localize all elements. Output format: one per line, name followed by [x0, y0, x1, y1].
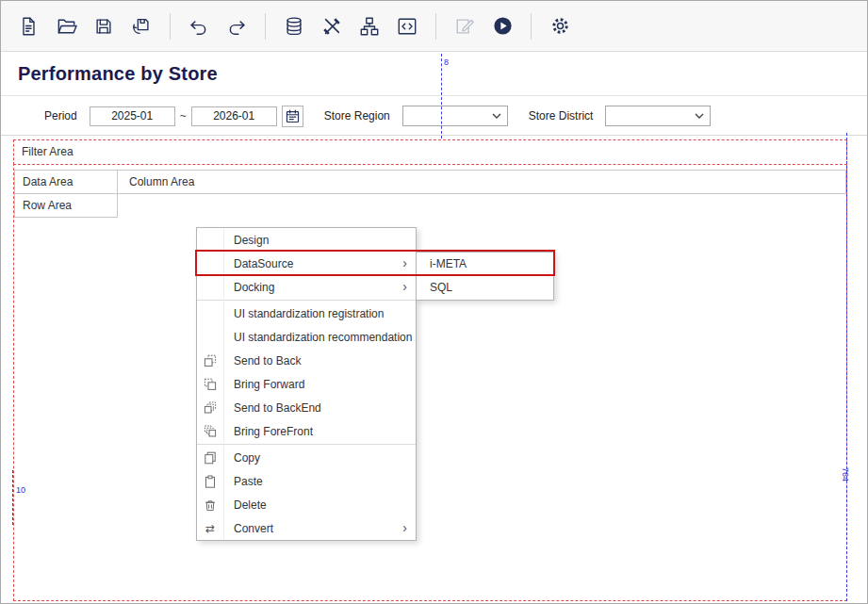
code-editor-button[interactable]	[393, 12, 421, 41]
edit-button[interactable]	[450, 12, 479, 41]
menu-item-label: Send to Back	[224, 354, 301, 367]
submenu-item-label: i-META	[430, 257, 467, 270]
menu-item-label: Bring ForeFront	[224, 425, 313, 438]
open-folder-button[interactable]	[52, 12, 80, 41]
menu-item-send-to-back[interactable]: Send to Back	[197, 349, 416, 372]
menu-separator	[197, 300, 416, 301]
new-document-button[interactable]	[14, 12, 42, 41]
menu-item-docking[interactable]: Docking ›	[197, 275, 416, 299]
toolbar-divider	[531, 13, 532, 40]
filter-area-label: Filter Area	[22, 145, 74, 158]
new-document-icon	[18, 16, 39, 37]
menu-icon-cell	[197, 275, 224, 299]
copy-icon	[197, 446, 224, 469]
menu-item-label: Send to BackEnd	[224, 401, 321, 415]
column-area-label: Column Area	[129, 175, 194, 188]
store-district-select[interactable]	[605, 106, 711, 126]
submenu-item-sql[interactable]: SQL	[417, 276, 553, 300]
save-icon	[93, 16, 114, 37]
send-to-back-icon	[197, 349, 224, 372]
menu-icon-cell	[197, 302, 224, 325]
menu-item-label: Bring Forward	[224, 378, 304, 391]
menu-item-label: Docking	[224, 281, 274, 294]
menu-icon-cell	[197, 325, 224, 349]
menu-item-ui-standardization-registration[interactable]: UI standardization registration	[197, 302, 416, 325]
data-area-label: Data Area	[23, 175, 73, 188]
menu-item-convert[interactable]: ⇄ Convert ›	[197, 516, 416, 540]
database-button[interactable]	[280, 12, 308, 41]
open-folder-icon	[56, 15, 77, 37]
undo-icon	[188, 16, 209, 37]
build-tools-icon	[321, 16, 342, 37]
submenu-item-label: SQL	[430, 281, 452, 294]
menu-item-bring-forefront[interactable]: Bring ForeFront	[197, 419, 416, 443]
menu-item-label: UI standardization recommendation	[224, 331, 412, 344]
row-area-label: Row Area	[23, 199, 72, 212]
submenu-arrow-icon: ›	[402, 516, 407, 540]
submenu-item-i-meta[interactable]: i-META	[417, 253, 553, 276]
paste-icon	[197, 469, 224, 493]
send-to-backend-icon	[197, 396, 224, 419]
save-as-button[interactable]	[127, 12, 156, 41]
code-editor-icon	[397, 16, 418, 37]
menu-item-label: Delete	[224, 498, 267, 512]
bring-forefront-icon	[197, 419, 224, 443]
menu-item-delete[interactable]: Delete	[197, 493, 416, 516]
design-surface[interactable]: Filter Area Data Area Column Area Row Ar…	[13, 139, 847, 601]
menu-item-bring-forward[interactable]: Bring Forward	[197, 372, 416, 396]
toolbar-divider	[265, 13, 266, 40]
undo-button[interactable]	[185, 12, 213, 41]
title-bar: Performance by Store	[1, 53, 867, 96]
convert-icon: ⇄	[197, 516, 224, 540]
redo-button[interactable]	[222, 12, 251, 41]
filter-bar: Period ~ Store Region Store District	[1, 97, 867, 136]
calendar-icon	[285, 108, 301, 124]
build-tools-button[interactable]	[318, 12, 346, 41]
row-area[interactable]: Row Area	[14, 193, 118, 218]
submenu-arrow-icon: ›	[402, 252, 407, 275]
app-window: Performance by Store Period ~ Store Regi…	[0, 0, 868, 604]
run-icon	[492, 15, 514, 37]
datasource-submenu: i-META SQL	[416, 252, 554, 301]
menu-separator	[197, 444, 416, 445]
menu-item-datasource[interactable]: DataSource ›	[197, 252, 416, 275]
store-region-select[interactable]	[402, 106, 508, 126]
toolbar-divider	[435, 13, 436, 40]
edit-icon	[454, 16, 475, 37]
menu-item-label: Design	[224, 234, 269, 247]
data-area[interactable]: Data Area	[14, 170, 118, 194]
hierarchy-button[interactable]	[355, 12, 384, 41]
column-area[interactable]: Column Area	[117, 170, 846, 194]
database-icon	[284, 16, 304, 37]
menu-item-ui-standardization-recommendation[interactable]: UI standardization recommendation	[197, 325, 416, 349]
store-district-label: Store District	[529, 109, 594, 122]
menu-item-copy[interactable]: Copy	[197, 446, 416, 469]
redo-icon	[226, 16, 247, 37]
chevron-down-icon	[695, 113, 704, 119]
settings-gear-icon	[549, 15, 571, 37]
range-separator: ~	[180, 109, 187, 122]
save-button[interactable]	[90, 12, 118, 41]
menu-item-label: Paste	[224, 475, 263, 488]
calendar-button[interactable]	[282, 106, 303, 127]
menu-item-send-to-backend[interactable]: Send to BackEnd	[197, 396, 416, 419]
toolbar-divider	[170, 13, 171, 40]
delete-icon	[197, 493, 224, 516]
submenu-arrow-icon: ›	[402, 275, 407, 299]
main-toolbar	[1, 1, 867, 52]
menu-item-label: DataSource	[224, 257, 293, 270]
menu-item-label: Copy	[224, 451, 260, 465]
period-from-input[interactable]	[90, 106, 175, 126]
menu-item-label: UI standardization registration	[224, 307, 384, 320]
menu-item-paste[interactable]: Paste	[197, 469, 416, 493]
menu-item-design[interactable]: Design	[197, 228, 416, 252]
filter-area[interactable]: Filter Area	[13, 139, 847, 165]
run-button[interactable]	[488, 12, 516, 41]
hierarchy-icon	[359, 16, 380, 37]
context-menu: Design DataSource › Docking › UI standar…	[196, 227, 417, 541]
save-as-icon	[131, 16, 152, 37]
settings-button[interactable]	[546, 12, 574, 41]
period-to-input[interactable]	[191, 106, 277, 126]
menu-item-label: Convert	[224, 522, 273, 535]
menu-icon-cell	[197, 252, 224, 275]
